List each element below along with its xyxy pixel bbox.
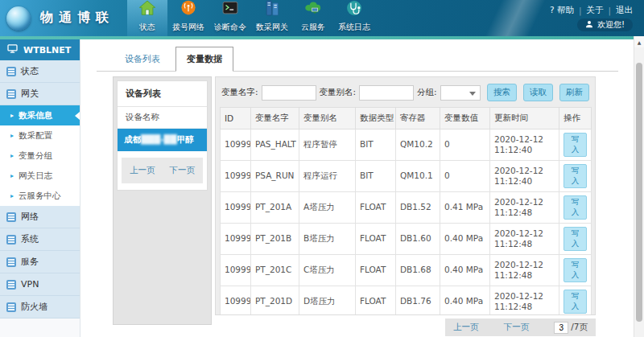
sidebar-item-label: VPN bbox=[21, 279, 39, 290]
brand-logo: 物通博联 bbox=[6, 0, 114, 36]
cell-register: QM10.1 bbox=[396, 161, 440, 192]
selected-device[interactable]: 成都███-██甲醇 bbox=[118, 129, 207, 151]
cell-name: PT_201A bbox=[251, 192, 299, 224]
sidebar-item[interactable]: 服务 bbox=[0, 251, 80, 273]
brand-globe-icon bbox=[6, 6, 31, 31]
caret-right-icon: ▸ bbox=[10, 132, 14, 139]
device-pager: 上一页 下一页 bbox=[122, 158, 203, 183]
sidebar-subitem[interactable]: ▸ 数采配置 bbox=[0, 125, 80, 146]
nav-item-dial-network[interactable]: 拨号网络 bbox=[167, 0, 209, 36]
variable-alias-input[interactable] bbox=[359, 85, 414, 101]
cell-name: PT_201D bbox=[251, 286, 299, 316]
cloud-service-icon bbox=[304, 0, 322, 20]
variable-table-panel: 变量名字: 变量别名: 分组: 搜索 读取 刷新 ID 变量名字 变量别名 数据… bbox=[215, 76, 596, 315]
menu-list-icon bbox=[6, 67, 16, 76]
search-button[interactable]: 搜索 bbox=[487, 84, 517, 101]
table-header-row: ID 变量名字 变量别名 数据类型 寄存器 变量数值 更新时间 操作 bbox=[221, 108, 592, 129]
col-type: 数据类型 bbox=[356, 108, 396, 129]
top-nav: 状态 拨号网络 诊断命令 数采网关 云服务 bbox=[127, 0, 375, 36]
sidebar-subitem[interactable]: ▸ 网关日志 bbox=[0, 166, 80, 186]
scrollbar-thumb[interactable] bbox=[636, 63, 642, 322]
sidebar-subitem-label: 变量分组 bbox=[19, 150, 52, 162]
welcome-badge[interactable]: 欢迎您! bbox=[577, 18, 633, 31]
sidebar-subitem[interactable]: ▸ 数采信息 bbox=[0, 105, 80, 125]
table-row: 109991 PAS_HALT 程序暂停 BIT QM10.2 0 2020-1… bbox=[221, 129, 592, 161]
device-prev-page-link[interactable]: 上一页 bbox=[130, 165, 155, 176]
tab-device-list[interactable]: 设备列表 bbox=[114, 47, 171, 71]
top-bar: 物通博联 状态 拨号网络 诊断命令 数采网关 bbox=[0, 0, 644, 36]
nav-item-cloud-service[interactable]: 云服务 bbox=[293, 0, 333, 36]
help-link[interactable]: ? 帮助 bbox=[550, 5, 574, 16]
cell-updated: 2020-12-12 11:12:40 bbox=[490, 161, 559, 192]
device-name-redacted: ███-██ bbox=[141, 134, 177, 144]
write-button[interactable]: 写入 bbox=[564, 227, 587, 251]
device-name-column-label: 设备名称 bbox=[118, 107, 207, 129]
device-next-page-link[interactable]: 下一页 bbox=[170, 165, 196, 176]
cell-name: PT_201C bbox=[251, 255, 299, 286]
about-link[interactable]: 关于 bbox=[586, 5, 603, 16]
terminal-icon bbox=[221, 0, 239, 20]
monitor-icon bbox=[7, 44, 18, 55]
write-button[interactable]: 写入 bbox=[564, 258, 587, 282]
brand-name: 物通博联 bbox=[40, 10, 114, 27]
sidebar-subitem[interactable]: ▸ 云服务中心 bbox=[0, 186, 80, 206]
sidebar-item[interactable]: 防火墙 bbox=[0, 296, 80, 319]
device-name-suffix: 甲醇 bbox=[177, 134, 194, 144]
cell-id: 109996 bbox=[221, 224, 251, 255]
write-button[interactable]: 写入 bbox=[564, 195, 587, 220]
sidebar-group-top: 状态 网关 bbox=[0, 60, 80, 105]
cell-alias: C塔压力 bbox=[299, 255, 356, 286]
sidebar-item[interactable]: 状态 bbox=[0, 60, 80, 83]
table-pagination: 上一页 下一页 /7页 bbox=[445, 319, 596, 336]
sidebar-title-text: WTBLNET bbox=[23, 45, 71, 55]
sidebar-item[interactable]: 网关 bbox=[0, 83, 80, 105]
scrollbar-up-arrow-icon[interactable]: ▲ bbox=[634, 36, 644, 47]
nav-item-system-log[interactable]: 系统日志 bbox=[333, 0, 375, 36]
read-button[interactable]: 读取 bbox=[523, 84, 553, 101]
cell-type: FLOAT bbox=[356, 192, 396, 224]
variable-name-input[interactable] bbox=[262, 85, 316, 101]
caret-right-icon: ▸ bbox=[10, 112, 14, 119]
cell-register: DB1.68 bbox=[396, 255, 440, 286]
write-button[interactable]: 写入 bbox=[564, 164, 587, 188]
refresh-button[interactable]: 刷新 bbox=[559, 84, 589, 101]
sidebar-subitem[interactable]: ▸ 变量分组 bbox=[0, 146, 80, 166]
page-number-input[interactable] bbox=[554, 322, 568, 334]
sidebar-item-label: 网关 bbox=[21, 88, 39, 100]
page-total-label: /7页 bbox=[571, 322, 588, 333]
cell-value: 0.41 MPa bbox=[440, 192, 490, 224]
nav-item-status[interactable]: 状态 bbox=[127, 0, 167, 36]
col-value: 变量数值 bbox=[440, 108, 490, 129]
nav-item-diagnostic-command[interactable]: 诊断命令 bbox=[209, 0, 251, 36]
cell-value: 0.40 MPa bbox=[440, 224, 490, 255]
col-register: 寄存器 bbox=[396, 108, 440, 129]
tab-variable-data[interactable]: 变量数据 bbox=[175, 47, 233, 72]
nav-item-data-gateway[interactable]: 数采网关 bbox=[251, 0, 293, 36]
cell-register: DB1.60 bbox=[396, 224, 440, 255]
menu-list-icon bbox=[6, 89, 16, 99]
cell-alias: 程序运行 bbox=[299, 161, 356, 192]
cell-id: 109997 bbox=[221, 255, 251, 286]
user-icon bbox=[585, 20, 593, 30]
cell-alias: A塔压力 bbox=[299, 192, 356, 224]
write-button[interactable]: 写入 bbox=[564, 133, 587, 157]
sidebar-item[interactable]: VPN bbox=[0, 273, 80, 296]
sidebar-item-label: 状态 bbox=[21, 65, 39, 77]
write-button[interactable]: 写入 bbox=[564, 290, 587, 314]
prev-page-link[interactable]: 上一页 bbox=[453, 322, 479, 333]
group-select[interactable] bbox=[440, 85, 481, 101]
sidebar-item[interactable]: 网络 bbox=[0, 206, 80, 228]
logout-link[interactable]: 退出 bbox=[616, 5, 633, 16]
sidebar-group-bottom: 网络 系统 服务 VPN 防火墙 bbox=[0, 206, 80, 319]
device-name-prefix: 成都 bbox=[124, 134, 141, 144]
sidebar-item[interactable]: 系统 bbox=[0, 228, 80, 251]
cell-id: 109995 bbox=[221, 192, 251, 224]
sidebar-subitem-label: 数采信息 bbox=[19, 110, 52, 121]
filter-bar: 变量名字: 变量别名: 分组: 搜索 读取 刷新 bbox=[220, 81, 591, 107]
col-name: 变量名字 bbox=[251, 108, 299, 129]
cell-id: 109998 bbox=[221, 286, 251, 316]
cell-action: 写入 bbox=[559, 161, 592, 192]
page-scrollbar[interactable]: ▲ bbox=[634, 36, 644, 337]
cell-value: 0 bbox=[440, 161, 490, 192]
next-page-link[interactable]: 下一页 bbox=[504, 322, 530, 333]
